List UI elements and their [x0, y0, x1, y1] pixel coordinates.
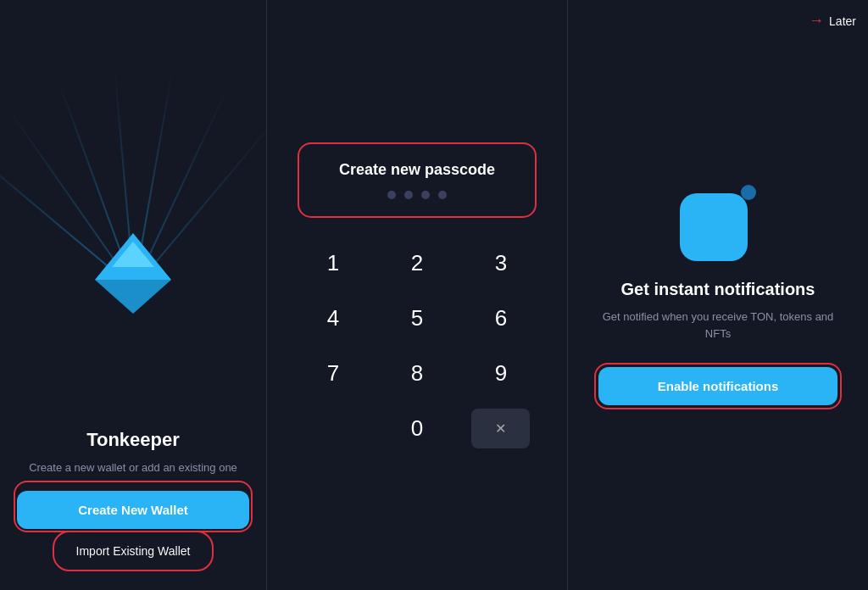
- dot-1: [387, 191, 396, 199]
- numkey-9[interactable]: 9: [471, 353, 530, 393]
- logo-area: [0, 0, 266, 356]
- notification-dot: [741, 185, 756, 200]
- numkey-backspace[interactable]: ✕: [471, 409, 530, 448]
- numkey-7[interactable]: 7: [304, 353, 363, 393]
- panel1-bottom: Tonkeeper Create a new wallet or add an …: [0, 429, 266, 565]
- dot-4: [438, 191, 447, 199]
- tonkeeper-logo: [95, 233, 171, 314]
- dot-3: [421, 191, 430, 199]
- passcode-dots: [387, 191, 447, 199]
- notification-description: Get notified when you receive TON, token…: [585, 309, 851, 342]
- numkey-8[interactable]: 8: [388, 353, 447, 393]
- create-wallet-highlight: Create New Wallet: [17, 484, 249, 529]
- import-wallet-button[interactable]: Import Existing Wallet: [70, 537, 198, 565]
- arrow-right-icon: →: [809, 12, 824, 30]
- import-wallet-highlight: Import Existing Wallet: [70, 537, 198, 565]
- panel-notifications: → Later Get instant notifications Get no…: [568, 0, 868, 590]
- panel-splash: Tonkeeper Create a new wallet or add an …: [0, 0, 267, 590]
- create-wallet-button[interactable]: Create New Wallet: [17, 491, 249, 529]
- app-title: Tonkeeper: [86, 429, 180, 451]
- numkey-0[interactable]: 0: [388, 409, 447, 448]
- notification-title: Get instant notifications: [621, 278, 815, 300]
- later-button[interactable]: → Later: [809, 12, 856, 30]
- numkey-6[interactable]: 6: [471, 298, 530, 338]
- numkey-5[interactable]: 5: [388, 298, 447, 338]
- passcode-box: Create new passcode: [298, 142, 537, 218]
- enable-notifications-button[interactable]: Enable notifications: [598, 367, 838, 405]
- numkey-2[interactable]: 2: [388, 243, 447, 283]
- dot-2: [404, 191, 413, 199]
- notification-icon-bg: [680, 193, 748, 261]
- numkey-4[interactable]: 4: [304, 298, 363, 338]
- panel-passcode: Create new passcode 1 2 3 4 5 6 7 8 9 0 …: [267, 0, 568, 590]
- later-label: Later: [829, 14, 856, 28]
- notification-icon-container: [680, 185, 756, 261]
- numkey-1[interactable]: 1: [304, 243, 363, 283]
- numpad: 1 2 3 4 5 6 7 8 9 0 ✕: [304, 243, 531, 448]
- passcode-title: Create new passcode: [339, 161, 495, 179]
- app-subtitle: Create a new wallet or add an existing o…: [29, 459, 237, 476]
- numkey-3[interactable]: 3: [471, 243, 530, 283]
